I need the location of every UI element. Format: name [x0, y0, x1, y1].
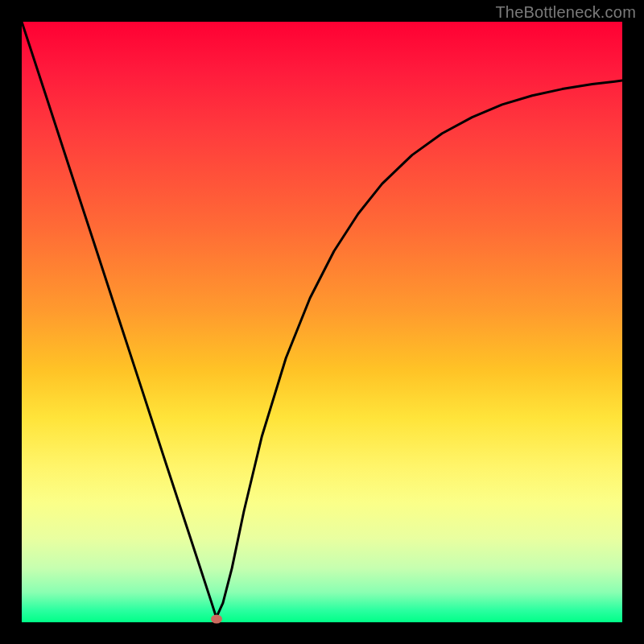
watermark-text: TheBottleneck.com [495, 3, 636, 22]
bottleneck-curve [22, 22, 622, 622]
curve-minimum-marker [211, 615, 222, 624]
chart-frame: TheBottleneck.com [0, 0, 644, 644]
